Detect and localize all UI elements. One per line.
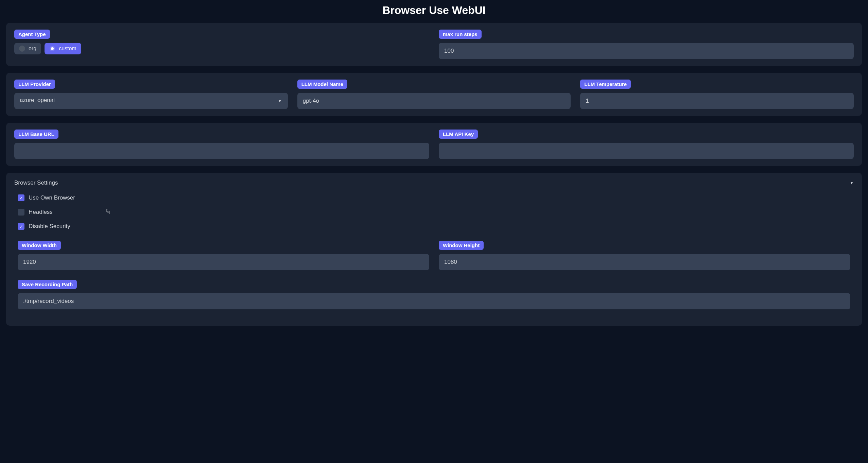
save-recording-path-label: Save Recording Path bbox=[18, 280, 77, 289]
window-height-input[interactable] bbox=[439, 254, 850, 270]
check-label: Headless bbox=[29, 209, 53, 216]
llm-config-card: LLM Provider azure_openai ▼ LLM Model Na… bbox=[6, 73, 862, 116]
max-run-steps-input[interactable] bbox=[439, 43, 854, 59]
radio-label: org bbox=[29, 46, 36, 52]
cursor-icon: ☟ bbox=[106, 207, 110, 216]
browser-settings-card: Browser Settings ▼ ✓ Use Own Browser Hea… bbox=[6, 173, 862, 326]
browser-settings-accordion-header[interactable]: Browser Settings ▼ bbox=[14, 179, 854, 186]
llm-api-key-label: LLM API Key bbox=[439, 130, 478, 139]
llm-temperature-input[interactable] bbox=[580, 93, 854, 109]
llm-model-name-input[interactable] bbox=[297, 93, 571, 109]
page-title: Browser Use WebUI bbox=[0, 0, 868, 23]
headless-check[interactable]: Headless ☟ bbox=[18, 209, 850, 216]
llm-api-key-input[interactable] bbox=[439, 143, 854, 159]
browser-settings-checklist: ✓ Use Own Browser Headless ☟ ✓ Disable S… bbox=[14, 193, 854, 236]
llm-model-name-label: LLM Model Name bbox=[297, 80, 347, 89]
agent-type-radio-custom[interactable]: custom bbox=[45, 43, 81, 54]
use-own-browser-check[interactable]: ✓ Use Own Browser bbox=[18, 194, 850, 201]
agent-type-label: Agent Type bbox=[14, 30, 50, 39]
llm-base-url-label: LLM Base URL bbox=[14, 130, 58, 139]
llm-temperature-label: LLM Temperature bbox=[580, 80, 631, 89]
llm-provider-label: LLM Provider bbox=[14, 80, 55, 89]
window-height-label: Window Height bbox=[439, 241, 484, 250]
window-width-label: Window Width bbox=[18, 241, 61, 250]
llm-auth-card: LLM Base URL LLM API Key bbox=[6, 123, 862, 166]
check-icon: ✓ bbox=[18, 223, 24, 230]
agent-run-card: Agent Type org custom max run steps bbox=[6, 23, 862, 66]
llm-provider-select[interactable]: azure_openai bbox=[14, 93, 288, 109]
radio-dot-icon bbox=[19, 46, 25, 52]
disable-security-check[interactable]: ✓ Disable Security bbox=[18, 223, 850, 230]
check-label: Use Own Browser bbox=[29, 194, 75, 201]
check-icon: ✓ bbox=[18, 194, 24, 201]
check-label: Disable Security bbox=[29, 223, 70, 230]
agent-type-radio-org[interactable]: org bbox=[14, 43, 41, 54]
radio-label: custom bbox=[59, 46, 76, 52]
radio-dot-icon bbox=[51, 47, 54, 50]
browser-settings-title: Browser Settings bbox=[14, 179, 58, 186]
window-width-input[interactable] bbox=[18, 254, 429, 270]
check-icon bbox=[18, 209, 24, 216]
llm-base-url-input[interactable] bbox=[14, 143, 429, 159]
chevron-down-icon: ▼ bbox=[850, 181, 854, 185]
agent-type-radio-group: org custom bbox=[14, 43, 429, 54]
max-run-steps-label: max run steps bbox=[439, 30, 482, 39]
save-recording-path-input[interactable] bbox=[18, 293, 850, 309]
